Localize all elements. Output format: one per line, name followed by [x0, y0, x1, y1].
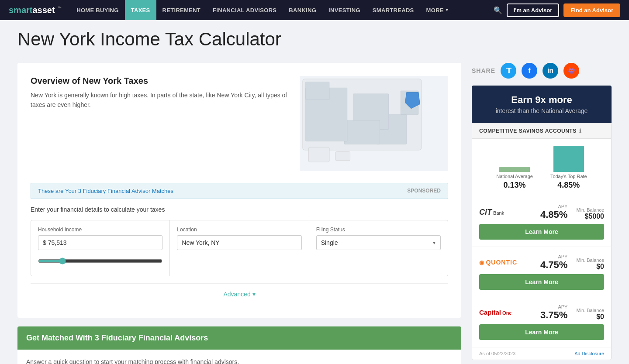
form-intro: Enter your financial details to calculat…	[31, 206, 448, 213]
national-avg-bar: National Average 0.13%	[496, 146, 533, 190]
quontic-apy-block: APY 4.75%	[540, 254, 567, 271]
us-map	[300, 76, 448, 171]
calculator-card: Overview of New York Taxes New York is g…	[17, 63, 461, 318]
form-row: Household Income Location Filing Status	[31, 220, 448, 276]
ad-disclosure-link[interactable]: Ad Disclosure	[574, 351, 604, 356]
im-an-advisor-button[interactable]: I'm an Advisor	[507, 3, 560, 17]
location-label: Location	[177, 227, 301, 233]
map-container	[300, 76, 448, 172]
national-avg-bar-container	[499, 146, 530, 172]
share-label: SHARE	[472, 67, 495, 74]
capital-one-row-top: Capital One APY 3.75% Min. Balance $0	[479, 304, 604, 321]
advanced-row: Advanced ▾	[31, 283, 448, 305]
as-of-date: As of 05/22/2023	[479, 351, 515, 356]
capital-one-min-bal-label: Min. Balance	[576, 308, 604, 313]
site-logo[interactable]: smartasset ™	[9, 5, 62, 15]
bank-row-cit: CiT Bank APY 4.85% Min. Balance $5000 Le…	[472, 197, 611, 247]
capital-one-learn-more-button[interactable]: Learn More	[479, 324, 604, 340]
top-rate-bar-container	[553, 146, 584, 172]
quontic-apy-value: 4.75%	[540, 259, 567, 271]
filing-group: Filing Status Single Married Head of Hou…	[309, 220, 448, 276]
quontic-min-bal-block: Min. Balance $0	[576, 258, 604, 271]
advisor-card-header: Get Matched With 3 Fiduciary Financial A…	[17, 326, 461, 350]
income-slider-wrap	[38, 254, 162, 270]
twitter-share-button[interactable]: 𝕋	[501, 63, 516, 79]
top-rate-value: 4.85%	[557, 181, 580, 190]
linkedin-icon: in	[547, 67, 553, 75]
svg-rect-7	[308, 147, 329, 162]
income-input[interactable]	[38, 235, 162, 250]
nav-banking[interactable]: BANKING	[283, 0, 322, 20]
chevron-down-icon-advanced: ▾	[252, 291, 256, 298]
nav-smartreads[interactable]: SMARTREADS	[366, 0, 420, 20]
capital-one-apy-value: 3.75%	[540, 309, 567, 321]
quontic-bank-logo: ◉ QUONTIC	[479, 258, 517, 266]
overview-body: New York is generally known for high tax…	[31, 90, 291, 110]
cit-min-bal-label: Min. Balance	[576, 207, 604, 213]
advanced-link[interactable]: Advanced ▾	[223, 291, 255, 298]
cit-learn-more-button[interactable]: Learn More	[479, 224, 604, 240]
nav-right: 🔍 I'm an Advisor Find an Advisor	[494, 3, 620, 17]
bank-row-capital-one: Capital One APY 3.75% Min. Balance $0 Le…	[472, 297, 611, 347]
svg-rect-6	[306, 82, 329, 100]
main-column: Overview of New York Taxes New York is g…	[17, 63, 461, 364]
top-rate-bar-fill	[553, 146, 584, 172]
top-rate-bar: Today's Top Rate 4.85%	[550, 146, 587, 190]
capital-one-min-bal-block: Min. Balance $0	[576, 308, 604, 321]
linkedin-share-button[interactable]: in	[543, 63, 558, 79]
earn-heading: Earn 9x more	[480, 94, 603, 106]
info-icon[interactable]: ℹ	[579, 128, 582, 134]
quontic-min-bal-label: Min. Balance	[576, 258, 604, 263]
facebook-icon: f	[528, 67, 530, 75]
reddit-share-button[interactable]: 👾	[563, 63, 579, 79]
location-input[interactable]	[177, 235, 301, 250]
nav-more[interactable]: MORE ▼	[420, 0, 455, 20]
location-group: Location	[170, 220, 309, 276]
quontic-apy-label: APY	[540, 254, 567, 259]
savings-section: COMPETITIVE SAVINGS ACCOUNTS ℹ National …	[472, 123, 612, 360]
income-group: Household Income	[31, 220, 170, 276]
quontic-row-top: ◉ QUONTIC APY 4.75% Min. Balance $0	[479, 254, 604, 271]
navigation: smartasset ™ HOME BUYING TAXES RETIREMEN…	[0, 0, 629, 20]
cit-row-top: CiT Bank APY 4.85% Min. Balance $5000	[479, 204, 604, 220]
filing-select-wrap: Single Married Head of Household	[316, 235, 441, 250]
content-area: Overview of New York Taxes New York is g…	[0, 50, 629, 364]
quontic-learn-more-button[interactable]: Learn More	[479, 274, 604, 290]
savings-header: COMPETITIVE SAVINGS ACCOUNTS ℹ	[472, 124, 611, 139]
earn-subtext: interest than the National Average	[480, 107, 603, 114]
earn-card: Earn 9x more interest than the National …	[472, 86, 612, 123]
income-slider[interactable]	[38, 254, 162, 268]
sponsored-link[interactable]: These are Your 3 Fiduciary Financial Adv…	[38, 188, 173, 194]
cit-min-bal-block: Min. Balance $5000	[576, 207, 604, 220]
cit-apy-block: APY 4.85%	[540, 204, 567, 220]
chevron-down-icon: ▼	[445, 8, 449, 12]
nav-home-buying[interactable]: HOME BUYING	[70, 0, 124, 20]
as-of-row: As of 05/22/2023 Ad Disclosure	[472, 347, 611, 360]
reddit-icon: 👾	[567, 67, 576, 75]
logo-trademark: ™	[57, 6, 62, 10]
national-bar-fill	[499, 167, 530, 172]
page-title: New York Income Tax Calculator	[0, 20, 629, 50]
nav-investing[interactable]: INVESTING	[322, 0, 366, 20]
logo-smart: smart	[9, 5, 32, 15]
nav-financial-advisors[interactable]: FINANCIAL ADVISORS	[207, 0, 283, 20]
advisor-desc: Answer a quick question to start your ma…	[26, 358, 453, 364]
national-avg-value: 0.13%	[504, 181, 526, 190]
facebook-share-button[interactable]: f	[522, 63, 537, 79]
overview-row: Overview of New York Taxes New York is g…	[31, 76, 448, 172]
quontic-min-bal-value: $0	[576, 263, 604, 271]
filing-select[interactable]: Single Married Head of Household	[316, 235, 441, 250]
overview-heading: Overview of New York Taxes	[31, 76, 291, 86]
find-an-advisor-button[interactable]: Find an Advisor	[563, 3, 620, 17]
share-row: SHARE 𝕋 f in 👾	[472, 63, 612, 79]
advisor-card: Get Matched With 3 Fiduciary Financial A…	[17, 326, 461, 364]
nav-retirement[interactable]: RETIREMENT	[156, 0, 207, 20]
capital-one-bank-logo: Capital One	[479, 309, 511, 316]
search-icon[interactable]: 🔍	[494, 6, 502, 14]
sponsored-label: SPONSORED	[407, 188, 441, 194]
overview-text: Overview of New York Taxes New York is g…	[31, 76, 291, 110]
national-avg-label: National Average	[496, 174, 533, 179]
advisor-card-body: Answer a quick question to start your ma…	[17, 350, 461, 364]
cit-apy-label: APY	[540, 204, 567, 209]
nav-taxes[interactable]: TAXES	[125, 0, 156, 20]
